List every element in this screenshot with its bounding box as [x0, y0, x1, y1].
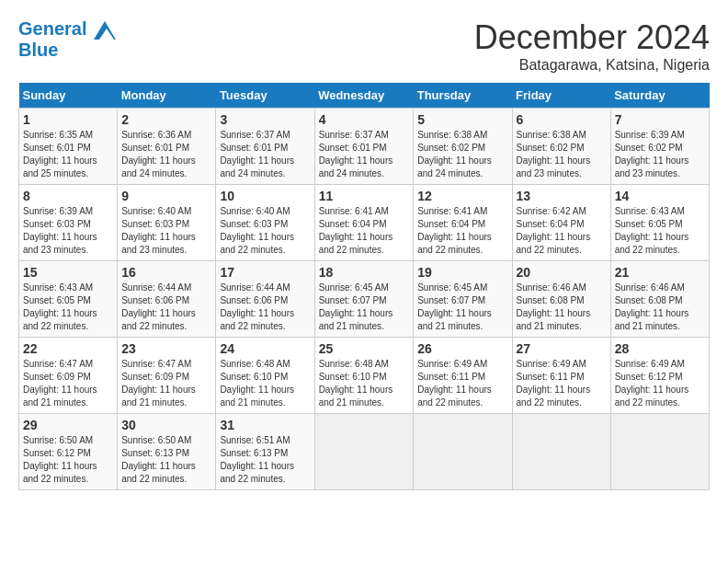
calendar-day-30: 30Sunrise: 6:50 AM Sunset: 6:13 PM Dayli… [118, 414, 216, 490]
calendar-day-29: 29Sunrise: 6:50 AM Sunset: 6:12 PM Dayli… [19, 414, 118, 490]
day-info: Sunrise: 6:51 AM Sunset: 6:13 PM Dayligh… [220, 434, 310, 486]
calendar-day-23: 23Sunrise: 6:47 AM Sunset: 6:09 PM Dayli… [118, 338, 216, 414]
calendar-day-3: 3Sunrise: 6:37 AM Sunset: 6:01 PM Daylig… [216, 109, 314, 185]
day-number: 23 [121, 341, 211, 356]
logo: General Blue [18, 18, 116, 60]
day-number: 2 [121, 112, 211, 127]
calendar-day-18: 18Sunrise: 6:45 AM Sunset: 6:07 PM Dayli… [314, 261, 414, 338]
day-info: Sunrise: 6:47 AM Sunset: 6:09 PM Dayligh… [121, 358, 211, 409]
day-number: 22 [23, 341, 113, 356]
day-info: Sunrise: 6:41 AM Sunset: 6:04 PM Dayligh… [319, 205, 410, 257]
logo-icon [94, 21, 116, 40]
calendar-day-14: 14Sunrise: 6:43 AM Sunset: 6:05 PM Dayli… [610, 185, 709, 261]
day-number: 1 [23, 112, 113, 127]
day-number: 26 [417, 341, 507, 356]
calendar-day-27: 27Sunrise: 6:49 AM Sunset: 6:11 PM Dayli… [512, 338, 610, 414]
calendar-day-26: 26Sunrise: 6:49 AM Sunset: 6:11 PM Dayli… [414, 338, 512, 414]
day-info: Sunrise: 6:40 AM Sunset: 6:03 PM Dayligh… [220, 205, 310, 257]
calendar-day-1: 1Sunrise: 6:35 AM Sunset: 6:01 PM Daylig… [19, 109, 118, 185]
day-number: 15 [23, 265, 113, 280]
day-info: Sunrise: 6:37 AM Sunset: 6:01 PM Dayligh… [319, 129, 410, 180]
day-info: Sunrise: 6:39 AM Sunset: 6:03 PM Dayligh… [23, 205, 113, 257]
empty-cell [414, 414, 512, 490]
calendar-day-17: 17Sunrise: 6:44 AM Sunset: 6:06 PM Dayli… [216, 261, 314, 338]
day-number: 16 [121, 265, 211, 280]
day-number: 29 [23, 418, 113, 432]
day-number: 3 [220, 112, 310, 127]
empty-cell [610, 414, 709, 490]
calendar-week-4: 22Sunrise: 6:47 AM Sunset: 6:09 PM Dayli… [19, 338, 710, 414]
calendar-week-2: 8Sunrise: 6:39 AM Sunset: 6:03 PM Daylig… [19, 185, 710, 261]
day-number: 19 [417, 265, 507, 280]
day-number: 27 [517, 341, 607, 356]
day-info: Sunrise: 6:45 AM Sunset: 6:07 PM Dayligh… [319, 282, 410, 333]
day-info: Sunrise: 6:35 AM Sunset: 6:01 PM Dayligh… [23, 129, 113, 180]
weekday-header-monday: Monday [118, 83, 216, 109]
day-number: 14 [615, 189, 705, 203]
weekday-header-thursday: Thursday [414, 83, 512, 109]
day-info: Sunrise: 6:43 AM Sunset: 6:05 PM Dayligh… [615, 205, 705, 257]
calendar-week-1: 1Sunrise: 6:35 AM Sunset: 6:01 PM Daylig… [19, 109, 710, 185]
calendar-table: SundayMondayTuesdayWednesdayThursdayFrid… [18, 83, 710, 490]
day-number: 24 [220, 341, 310, 356]
calendar-day-25: 25Sunrise: 6:48 AM Sunset: 6:10 PM Dayli… [314, 338, 414, 414]
day-info: Sunrise: 6:37 AM Sunset: 6:01 PM Dayligh… [220, 129, 310, 180]
calendar-day-21: 21Sunrise: 6:46 AM Sunset: 6:08 PM Dayli… [610, 261, 709, 338]
calendar-day-31: 31Sunrise: 6:51 AM Sunset: 6:13 PM Dayli… [216, 414, 314, 490]
day-number: 28 [615, 341, 705, 356]
day-number: 31 [220, 418, 310, 432]
calendar-day-15: 15Sunrise: 6:43 AM Sunset: 6:05 PM Dayli… [19, 261, 118, 338]
calendar-day-5: 5Sunrise: 6:38 AM Sunset: 6:02 PM Daylig… [414, 109, 512, 185]
day-info: Sunrise: 6:36 AM Sunset: 6:01 PM Dayligh… [121, 129, 211, 180]
month-title: December 2024 [474, 18, 710, 57]
day-number: 25 [319, 341, 410, 356]
day-info: Sunrise: 6:48 AM Sunset: 6:10 PM Dayligh… [220, 358, 310, 409]
calendar-day-11: 11Sunrise: 6:41 AM Sunset: 6:04 PM Dayli… [314, 185, 414, 261]
day-info: Sunrise: 6:50 AM Sunset: 6:12 PM Dayligh… [23, 434, 113, 486]
day-number: 12 [417, 189, 507, 203]
calendar-day-16: 16Sunrise: 6:44 AM Sunset: 6:06 PM Dayli… [118, 261, 216, 338]
day-info: Sunrise: 6:43 AM Sunset: 6:05 PM Dayligh… [23, 282, 113, 333]
calendar-week-5: 29Sunrise: 6:50 AM Sunset: 6:12 PM Dayli… [19, 414, 710, 490]
weekday-header-friday: Friday [512, 83, 610, 109]
day-info: Sunrise: 6:41 AM Sunset: 6:04 PM Dayligh… [417, 205, 507, 257]
day-info: Sunrise: 6:47 AM Sunset: 6:09 PM Dayligh… [23, 358, 113, 409]
day-info: Sunrise: 6:49 AM Sunset: 6:11 PM Dayligh… [417, 358, 507, 409]
day-number: 10 [220, 189, 310, 203]
day-info: Sunrise: 6:42 AM Sunset: 6:04 PM Dayligh… [517, 205, 607, 257]
day-info: Sunrise: 6:40 AM Sunset: 6:03 PM Dayligh… [121, 205, 211, 257]
calendar-body: 1Sunrise: 6:35 AM Sunset: 6:01 PM Daylig… [19, 109, 710, 490]
calendar-day-8: 8Sunrise: 6:39 AM Sunset: 6:03 PM Daylig… [19, 185, 118, 261]
title-block: December 2024 Batagarawa, Katsina, Niger… [474, 18, 710, 74]
day-number: 30 [121, 418, 211, 432]
weekday-header-sunday: Sunday [19, 83, 118, 109]
day-info: Sunrise: 6:38 AM Sunset: 6:02 PM Dayligh… [517, 129, 607, 180]
day-info: Sunrise: 6:50 AM Sunset: 6:13 PM Dayligh… [121, 434, 211, 486]
calendar-day-10: 10Sunrise: 6:40 AM Sunset: 6:03 PM Dayli… [216, 185, 314, 261]
weekday-header-wednesday: Wednesday [314, 83, 414, 109]
calendar-day-4: 4Sunrise: 6:37 AM Sunset: 6:01 PM Daylig… [314, 109, 414, 185]
day-info: Sunrise: 6:49 AM Sunset: 6:12 PM Dayligh… [615, 358, 705, 409]
page-header: General Blue December 2024 Batagarawa, K… [18, 18, 710, 74]
calendar-day-24: 24Sunrise: 6:48 AM Sunset: 6:10 PM Dayli… [216, 338, 314, 414]
weekday-header-tuesday: Tuesday [216, 83, 314, 109]
day-info: Sunrise: 6:38 AM Sunset: 6:02 PM Dayligh… [417, 129, 507, 180]
day-info: Sunrise: 6:45 AM Sunset: 6:07 PM Dayligh… [417, 282, 507, 333]
location-subtitle: Batagarawa, Katsina, Nigeria [474, 57, 710, 74]
day-info: Sunrise: 6:39 AM Sunset: 6:02 PM Dayligh… [615, 129, 705, 180]
day-number: 6 [517, 112, 607, 127]
logo-blue: Blue [18, 40, 116, 60]
day-info: Sunrise: 6:46 AM Sunset: 6:08 PM Dayligh… [615, 282, 705, 333]
day-number: 20 [517, 265, 607, 280]
calendar-day-2: 2Sunrise: 6:36 AM Sunset: 6:01 PM Daylig… [118, 109, 216, 185]
empty-cell [512, 414, 610, 490]
calendar-day-19: 19Sunrise: 6:45 AM Sunset: 6:07 PM Dayli… [414, 261, 512, 338]
weekday-header-saturday: Saturday [610, 83, 709, 109]
day-number: 7 [615, 112, 705, 127]
day-number: 11 [319, 189, 410, 203]
calendar-day-20: 20Sunrise: 6:46 AM Sunset: 6:08 PM Dayli… [512, 261, 610, 338]
day-info: Sunrise: 6:46 AM Sunset: 6:08 PM Dayligh… [517, 282, 607, 333]
day-number: 8 [23, 189, 113, 203]
weekday-header-row: SundayMondayTuesdayWednesdayThursdayFrid… [19, 83, 710, 109]
day-number: 4 [319, 112, 410, 127]
